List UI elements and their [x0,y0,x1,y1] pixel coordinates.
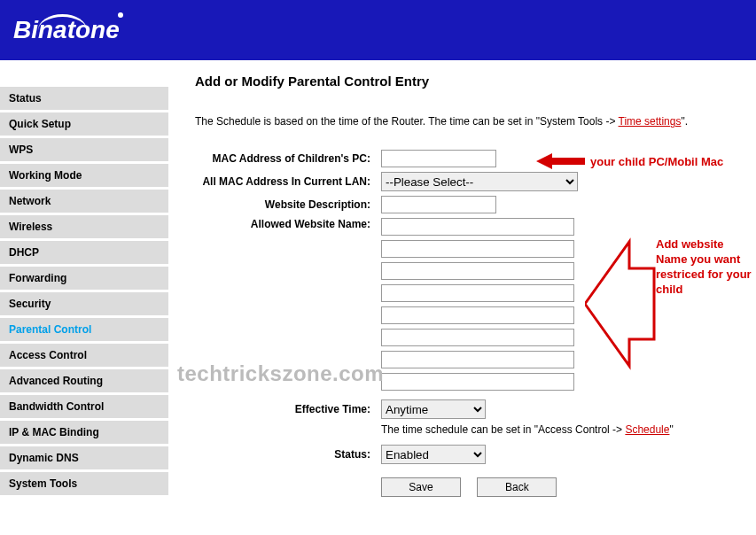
allowed-label: Allowed Website Name: [195,218,381,230]
sidebar-item-wireless[interactable]: Wireless [0,215,168,238]
sidebar-item-advanced-routing[interactable]: Advanced Routing [0,369,168,392]
sidebar-item-forwarding[interactable]: Forwarding [0,267,168,290]
sidebar-item-status[interactable]: Status [0,87,168,110]
allowed-website-input-3[interactable] [381,262,574,280]
arrow-left-icon [536,151,585,171]
sidebar-item-security[interactable]: Security [0,292,168,315]
desc-label: Website Description: [195,198,381,211]
annotation-mac: your child PC/Mobil Mac [536,151,723,171]
annotation-websites: Add website Name you want restriced for … [656,237,753,298]
sidebar-item-access-control[interactable]: Access Control [0,344,168,367]
sidebar-item-quick-setup[interactable]: Quick Setup [0,112,168,136]
brand-logo: Binatone [13,16,120,44]
header: Binatone [0,0,756,60]
time-label: Effective Time: [195,403,381,415]
svg-marker-1 [585,242,654,366]
sidebar-item-wps[interactable]: WPS [0,138,168,161]
website-description-input[interactable] [381,196,496,213]
allowed-website-input-4[interactable] [381,284,574,302]
mac-address-input[interactable] [381,150,496,167]
sidebar-item-working-mode[interactable]: Working Mode [0,164,168,187]
schedule-link[interactable]: Schedule [625,423,669,436]
sidebar-item-parental-control[interactable]: Parental Control [0,318,168,341]
back-button[interactable]: Back [477,477,557,497]
sidebar-item-network[interactable]: Network [0,190,168,213]
allowed-website-input-8[interactable] [381,373,574,391]
mac-label: MAC Address of Children's PC: [195,152,381,165]
time-settings-link[interactable]: Time settings [619,115,682,128]
svg-marker-0 [536,153,585,169]
sidebar-item-ip-mac-binding[interactable]: IP & MAC Binding [0,421,168,444]
sidebar-item-dynamic-dns[interactable]: Dynamic DNS [0,446,168,469]
allowed-website-input-5[interactable] [381,306,574,324]
sidebar-item-bandwidth-control[interactable]: Bandwidth Control [0,395,168,418]
page-title: Add or Modify Parental Control Entry [195,74,738,89]
sidebar-item-dhcp[interactable]: DHCP [0,241,168,264]
annotation-arrow-icon [585,224,656,386]
allowed-website-input-6[interactable] [381,329,574,346]
main-content: Add or Modify Parental Control Entry The… [168,60,756,535]
allowed-website-input-1[interactable] [381,218,574,236]
status-label: Status: [195,448,381,461]
all-mac-label: All MAC Address In Current LAN: [195,175,381,188]
allowed-website-input-7[interactable] [381,351,574,368]
status-select[interactable]: Enabled [381,445,486,464]
schedule-info: The Schedule is based on the time of the… [195,115,738,128]
effective-time-select[interactable]: Anytime [381,399,486,419]
schedule-help-text: The time schedule can be set in "Access … [381,423,738,436]
all-mac-select[interactable]: --Please Select-- [381,172,578,191]
watermark: techtrickszone.com [177,361,384,386]
sidebar-item-system-tools[interactable]: System Tools [0,472,168,495]
sidebar: Status Quick Setup WPS Working Mode Netw… [0,60,168,535]
save-button[interactable]: Save [381,477,461,497]
allowed-website-input-2[interactable] [381,240,574,258]
